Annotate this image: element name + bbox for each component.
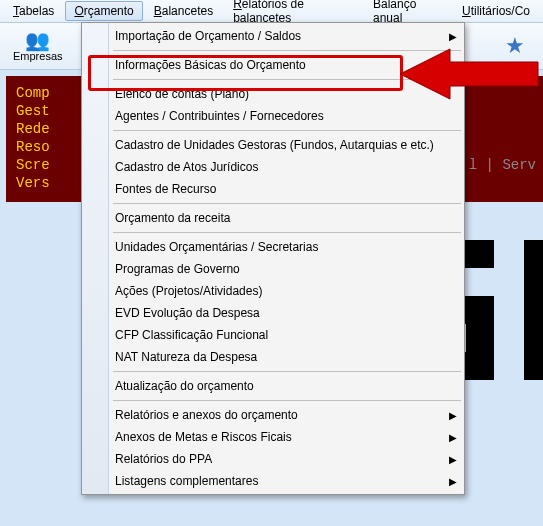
menubar: Tabelas Orçamento Balancetes Relatórios … xyxy=(0,0,543,23)
people-icon: 👥 xyxy=(25,30,50,50)
menu-evd[interactable]: EVD Evolução da Despesa xyxy=(83,302,463,324)
menu-listagens[interactable]: Listagens complementares▶ xyxy=(83,470,463,492)
menu-balancetes[interactable]: Balancetes xyxy=(145,1,222,21)
menu-programas[interactable]: Programas de Governo xyxy=(83,258,463,280)
chevron-right-icon: ▶ xyxy=(449,410,457,421)
chevron-right-icon: ▶ xyxy=(449,454,457,465)
svg-marker-0 xyxy=(400,49,538,99)
menu-cfp[interactable]: CFP Classificação Funcional xyxy=(83,324,463,346)
separator xyxy=(83,127,463,134)
chevron-right-icon: ▶ xyxy=(449,432,457,443)
menu-anexos-metas[interactable]: Anexos de Metas e Riscos Ficais▶ xyxy=(83,426,463,448)
menu-relatorios-anexos[interactable]: Relatórios e anexos do orçamento▶ xyxy=(83,404,463,426)
menu-orcamento-receita[interactable]: Orçamento da receita xyxy=(83,207,463,229)
menu-fontes-recurso[interactable]: Fontes de Recurso xyxy=(83,178,463,200)
menu-cadastro-unidades[interactable]: Cadastro de Unidades Gestoras (Fundos, A… xyxy=(83,134,463,156)
chevron-right-icon: ▶ xyxy=(449,31,457,42)
separator xyxy=(83,368,463,375)
menu-tabelas[interactable]: Tabelas xyxy=(4,1,63,21)
menu-relatorios-ppa[interactable]: Relatórios do PPA▶ xyxy=(83,448,463,470)
tool-label: Empresas xyxy=(13,50,63,62)
menu-agentes[interactable]: Agentes / Contribuintes / Fornecedores xyxy=(83,105,463,127)
separator xyxy=(83,200,463,207)
menu-unidades-orc[interactable]: Unidades Orçamentárias / Secretarias xyxy=(83,236,463,258)
menu-nat[interactable]: NAT Natureza da Despesa xyxy=(83,346,463,368)
menu-atualizacao[interactable]: Atualização do orçamento xyxy=(83,375,463,397)
menu-utilitarios[interactable]: Utilitários/Co xyxy=(453,1,539,21)
separator xyxy=(83,229,463,236)
menu-orcamento[interactable]: Orçamento xyxy=(65,1,142,21)
menu-cadastro-atos[interactable]: Cadastro de Atos Jurídicos xyxy=(83,156,463,178)
arrow-annotation xyxy=(400,44,540,104)
chevron-right-icon: ▶ xyxy=(449,476,457,487)
menu-acoes[interactable]: Ações (Projetos/Atividades) xyxy=(83,280,463,302)
separator xyxy=(83,397,463,404)
tool-empresas[interactable]: 👥 Empresas xyxy=(6,27,70,65)
